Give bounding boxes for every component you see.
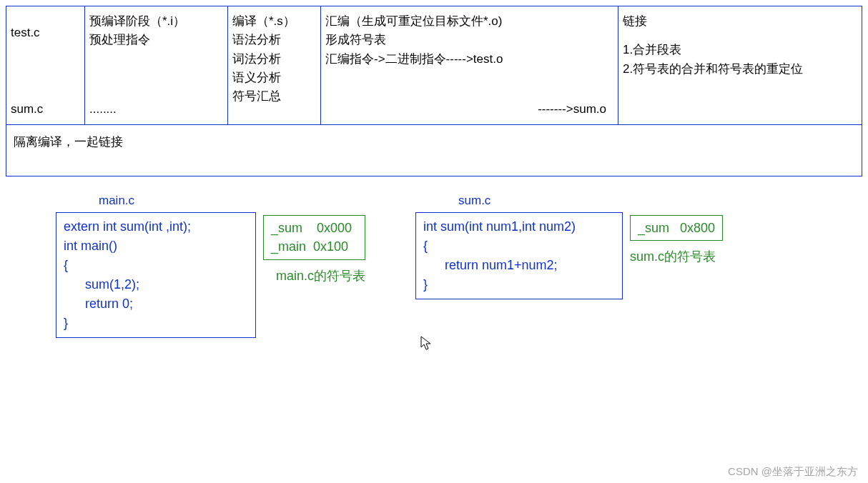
c3-row2: ------->sum.o — [325, 100, 613, 119]
main-c-title: main.c — [99, 194, 256, 208]
col-link: 链接 1.合并段表 2.符号表的合并和符号表的重定位 — [618, 6, 862, 124]
main-c-group: main.c extern int sum(int ,int); int mai… — [56, 194, 256, 338]
main-c-code: extern int sum(int ,int); int main() { s… — [56, 212, 256, 338]
main-sym-group: _sum 0x000 _main 0x100 main.c的符号表 — [263, 215, 365, 284]
c1-line2: 预处理指令 — [89, 31, 223, 49]
sum-c-group: sum.c int sum(int num1,int num2) { retur… — [415, 194, 623, 299]
c4-line3: 2.符号表的合并和符号表的重定位 — [623, 60, 857, 79]
sum-sym-group: _sum 0x800 sum.c的符号表 — [630, 215, 723, 265]
table-footer: 隔离编译，一起链接 — [6, 125, 862, 176]
sum-c-code: int sum(int num1,int num2) { return num1… — [415, 212, 623, 299]
c2-line2: 语法分析 — [232, 31, 316, 49]
sum-sym-caption: sum.c的符号表 — [630, 248, 723, 265]
sum-sym-table: _sum 0x800 — [630, 215, 723, 241]
code-examples: main.c extern int sum(int ,int); int mai… — [6, 194, 862, 338]
col-source-files: test.c sum.c — [6, 6, 85, 124]
c2-line3: 词法分析 — [232, 50, 316, 69]
sum-c-title: sum.c — [458, 194, 623, 208]
c4-line1: 链接 — [623, 12, 857, 31]
c1-row2: ........ — [89, 100, 223, 119]
c1-line1: 预编译阶段（*.i） — [89, 12, 223, 31]
cell-sumc: sum.c — [11, 100, 80, 119]
c2-line5: 符号汇总 — [232, 87, 316, 106]
cell-testc: test.c — [11, 24, 80, 42]
table-top: test.c sum.c 预编译阶段（*.i） 预处理指令 ........ 编… — [6, 6, 862, 125]
c3-line2: 形成符号表 — [325, 31, 613, 49]
c2-line4: 语义分析 — [232, 69, 316, 87]
watermark-text: CSDN @坐落于亚洲之东方 — [728, 465, 858, 479]
c2-line1: 编译（*.s） — [232, 12, 316, 31]
c3-line3: 汇编指令->二进制指令----->test.o — [325, 50, 613, 69]
compilation-table: test.c sum.c 预编译阶段（*.i） 预处理指令 ........ 编… — [6, 6, 862, 176]
main-sym-table: _sum 0x000 _main 0x100 — [263, 215, 365, 259]
col-preprocess: 预编译阶段（*.i） 预处理指令 ........ — [85, 6, 228, 124]
c4-line2: 1.合并段表 — [623, 41, 857, 59]
main-sym-caption: main.c的符号表 — [276, 267, 365, 284]
col-compile: 编译（*.s） 语法分析 词法分析 语义分析 符号汇总 — [228, 6, 321, 124]
c3-line1: 汇编（生成可重定位目标文件*.o) — [325, 12, 613, 31]
col-assemble: 汇编（生成可重定位目标文件*.o) 形成符号表 汇编指令->二进制指令-----… — [321, 6, 618, 124]
